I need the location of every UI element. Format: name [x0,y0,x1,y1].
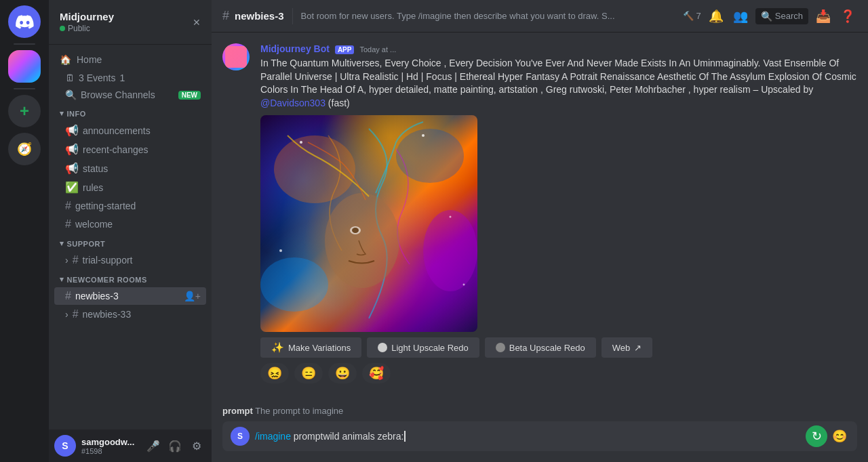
add-server-button[interactable]: + [8,95,41,127]
message-buttons: ✨ Make Variations Light Upscale Redo Bet… [260,337,857,358]
channel-trial-support[interactable]: › # trial-support [54,251,206,269]
reaction-neutral[interactable]: 😑 [294,363,323,383]
svg-point-11 [279,249,282,252]
channel-newbies-33[interactable]: › # newbies-33 [54,306,206,323]
user-panel: S samgoodw... #1598 🎤 🎧 ⚙ [49,429,212,462]
channel-header-name: newbies-3 [235,10,284,22]
make-variations-button[interactable]: ✨ Make Variations [260,337,361,358]
hash-icon: # [65,218,71,230]
input-box[interactable]: S /imagine prompt wild animals zebra: ↻ … [222,421,857,451]
emoji-button[interactable]: 😊 [830,427,849,446]
reaction-buttons: 😖 😑 😀 🥰 [260,363,857,383]
message-content: Midjourney Bot APP Today at ... In The Q… [260,43,857,383]
text-cursor [404,431,406,442]
user-info: samgoodw... #1598 [81,437,138,455]
prompt-label: prompt [222,406,253,416]
svg-point-12 [463,284,465,286]
messages-area[interactable]: Midjourney Bot APP Today at ... In The Q… [212,33,868,403]
members-button[interactable]: 👥 [731,7,750,26]
web-button[interactable]: Web ↗ [601,337,653,358]
discord-home-button[interactable] [8,5,41,38]
variations-icon: ✨ [271,341,284,354]
server-divider-2 [14,88,35,89]
settings-button[interactable]: ⚙ [187,436,206,455]
channel-icon: ✅ [65,181,79,194]
server-divider [14,43,35,45]
channel-icon: 📢 [65,143,79,156]
channel-status[interactable]: 📢 status [54,159,206,177]
members-count: 🔨 7 [683,11,701,21]
external-link-icon: ↗ [634,343,642,353]
server-header[interactable]: Midjourney Public ✕ [49,0,212,45]
search-box[interactable]: 🔍 Search [755,8,808,24]
headphones-button[interactable]: 🎧 [165,436,184,455]
channel-icon: 📢 [65,124,79,137]
collapse-icon: ▾ [60,275,64,284]
channel-hash-icon: # [222,9,229,23]
channel-newbies-3[interactable]: # newbies-3 👤+ [54,287,206,305]
server-icon-midjourney[interactable] [8,50,41,83]
explore-button[interactable]: 🧭 [8,133,41,165]
user-avatar: S [54,435,76,457]
channel-header: # newbies-3 Bot room for new users. Type… [212,0,868,33]
home-item[interactable]: 🏠 Home [49,50,212,69]
channel-recent-changes[interactable]: 📢 recent-changes [54,140,206,159]
bot-avatar [222,43,250,70]
support-section-header[interactable]: ▾ SUPPORT [49,234,212,251]
channel-announcements[interactable]: 📢 announcements [54,121,206,140]
bot-badge: APP [335,45,355,54]
server-status: Public [60,24,114,33]
channel-rules[interactable]: ✅ rules [54,178,206,196]
inbox-button[interactable]: 📥 [814,7,833,26]
search-placeholder: Search [775,11,803,21]
new-badge: NEW [178,91,201,100]
chevron-right-icon: › [65,255,68,266]
reaction-love[interactable]: 🥰 [362,363,391,383]
search-icon: 🔍 [761,11,772,22]
newcomer-section-header[interactable]: ▾ NEWCOMER ROOMS [49,270,212,287]
browse-channels-item[interactable]: 🔍 Browse Channels NEW [54,87,206,103]
help-button[interactable]: ❓ [838,7,857,26]
server-name: Midjourney [60,11,114,22]
image-svg [260,115,477,332]
channel-icon: 📢 [65,162,79,175]
user-controls: 🎤 🎧 ⚙ [144,436,206,455]
events-item[interactable]: 🗓 3 Events 1 [54,70,206,86]
info-section-header[interactable]: ▾ INFO [49,104,212,121]
svg-point-5 [325,193,399,288]
message-timestamp: Today at ... [359,45,396,54]
beta-upscale-redo-button[interactable]: Beta Upscale Redo [485,337,596,358]
refresh-button[interactable]: ↻ [806,425,827,447]
notification-button[interactable]: 🔔 [707,7,726,26]
reaction-happy[interactable]: 😀 [328,363,357,383]
input-area: prompt The prompt to imagine S /imagine … [212,403,868,462]
collapse-icon: ▾ [60,239,64,248]
status-dot [60,26,65,31]
svg-point-3 [423,210,477,291]
mic-button[interactable]: 🎤 [144,436,163,455]
svg-point-2 [396,129,464,183]
prompt-hint: prompt The prompt to imagine [222,403,857,421]
light-upscale-redo-button[interactable]: Light Upscale Redo [367,337,479,358]
channel-getting-started[interactable]: # getting-started [54,197,206,215]
input-actions: ↻ 😊 [806,425,849,447]
reaction-sad[interactable]: 😖 [260,363,289,383]
input-value: wild animals zebra: [323,431,403,442]
header-divider [292,8,293,24]
beta-upscale-icon [496,343,505,352]
channel-welcome[interactable]: # welcome [54,215,206,233]
mention-user[interactable]: @Davidson303 [260,98,326,108]
main-content: # newbies-3 Bot room for new users. Type… [212,0,868,462]
server-sidebar: + 🧭 [0,0,49,462]
light-upscale-icon [378,343,387,352]
svg-point-8 [300,141,302,144]
input-avatar: S [231,427,250,446]
svg-point-7 [352,228,359,233]
svg-point-4 [260,257,328,312]
events-icon: 🗓 [65,72,75,83]
channel-description: Bot room for new users. Type /imagine th… [301,11,677,21]
ai-generated-image[interactable] [260,115,477,332]
message-header: Midjourney Bot APP Today at ... [260,43,857,54]
events-badge: 1 [119,72,125,83]
hash-icon: # [73,308,79,320]
